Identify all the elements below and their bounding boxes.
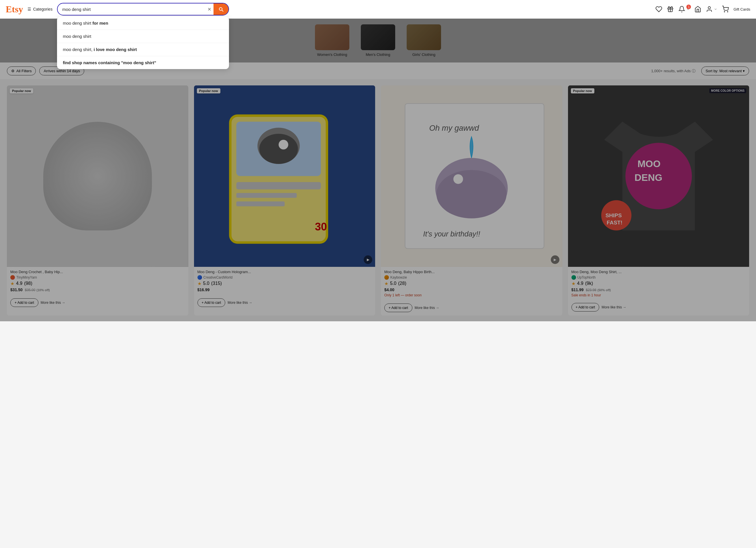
favorites-button[interactable] <box>655 6 662 13</box>
account-chevron-icon <box>714 7 717 11</box>
header: Etsy ☰ Categories ✕ moo deng shirt for m… <box>0 0 756 19</box>
categories-button[interactable]: ☰ Categories <box>28 7 52 11</box>
gift-cards-link[interactable]: Gift Cards <box>733 7 750 11</box>
heart-icon <box>655 6 662 13</box>
search-wrapper: ✕ <box>57 3 229 15</box>
cart-button[interactable] <box>722 6 729 13</box>
autocomplete-item-2[interactable]: moo deng shirt <box>57 30 229 43</box>
user-icon <box>706 6 713 13</box>
header-icons: 1 Gift Cards <box>655 6 750 13</box>
search-submit-button[interactable] <box>214 3 228 15</box>
search-input[interactable] <box>58 4 205 15</box>
autocomplete-dropdown: moo deng shirt for men moo deng shirt mo… <box>57 17 229 69</box>
autocomplete-item-1[interactable]: moo deng shirt for men <box>57 17 229 30</box>
notification-badge: 1 <box>686 5 691 9</box>
account-button[interactable] <box>706 6 717 13</box>
svg-point-2 <box>724 11 725 12</box>
svg-point-1 <box>708 7 710 9</box>
seller-button[interactable] <box>694 6 701 13</box>
notifications-button[interactable]: 1 <box>678 6 690 13</box>
gift-button[interactable] <box>667 6 674 13</box>
bell-icon <box>678 6 685 13</box>
search-clear-button[interactable]: ✕ <box>205 4 214 14</box>
gift-icon <box>667 6 674 13</box>
autocomplete-item-3[interactable]: moo deng shirt, i love moo deng shirt <box>57 43 229 56</box>
search-container: ✕ moo deng shirt for men moo deng shirt … <box>57 3 229 15</box>
search-icon <box>218 6 224 12</box>
store-icon <box>694 6 701 13</box>
svg-point-3 <box>727 11 728 12</box>
autocomplete-item-4[interactable]: find shop names containing "moo deng shi… <box>57 56 229 69</box>
etsy-logo[interactable]: Etsy <box>6 4 23 15</box>
hamburger-icon: ☰ <box>28 7 31 11</box>
cart-icon <box>722 6 729 13</box>
